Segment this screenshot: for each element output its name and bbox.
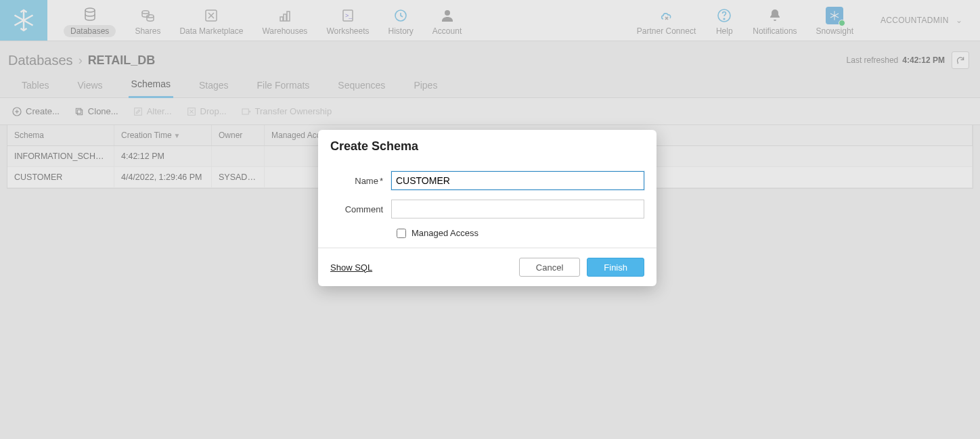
- form-row-name: Name*: [330, 171, 644, 190]
- modal-title: Create Schema: [318, 130, 656, 160]
- managed-access-row: Managed Access: [397, 228, 644, 238]
- cancel-button[interactable]: Cancel: [519, 258, 580, 277]
- show-sql-link[interactable]: Show SQL: [330, 262, 372, 273]
- modal-footer: Show SQL Cancel Finish: [318, 248, 656, 286]
- finish-button[interactable]: Finish: [587, 258, 644, 277]
- name-input[interactable]: [391, 171, 644, 190]
- managed-access-checkbox[interactable]: [397, 229, 406, 238]
- required-asterisk: *: [380, 176, 383, 186]
- name-label: Name*: [330, 176, 391, 186]
- modal-body: Name* Comment Managed Access: [318, 160, 656, 248]
- comment-label: Comment: [330, 204, 391, 214]
- comment-input[interactable]: [391, 200, 644, 218]
- managed-access-label: Managed Access: [411, 228, 478, 238]
- form-row-comment: Comment: [330, 200, 644, 218]
- create-schema-modal: Create Schema Name* Comment Managed Acce…: [318, 130, 656, 286]
